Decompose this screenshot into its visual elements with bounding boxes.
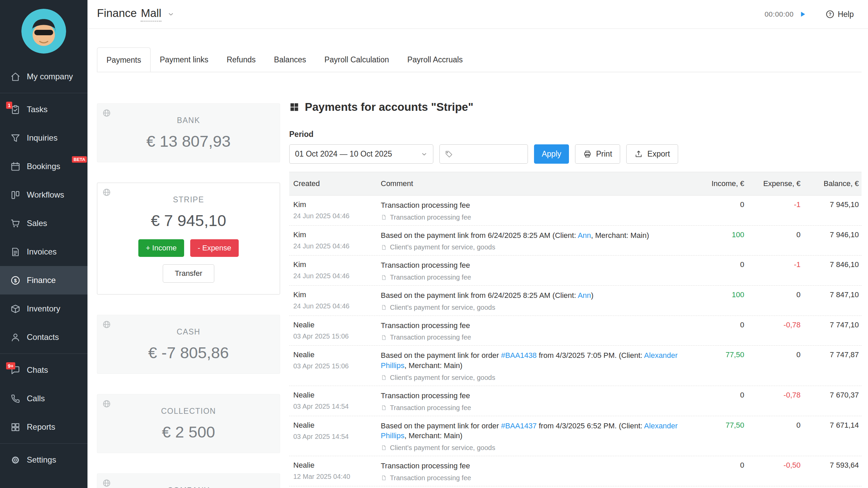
sidebar-item-finance[interactable]: $Finance: [0, 266, 87, 294]
account-name: COLLECTION: [97, 407, 280, 416]
tab-balances[interactable]: Balances: [265, 47, 315, 72]
sidebar-item-settings[interactable]: Settings: [0, 446, 87, 474]
sidebar-item-inquiries[interactable]: Inquiries: [0, 124, 87, 152]
tab-payments[interactable]: Payments: [97, 47, 151, 72]
sidebar-item-sales[interactable]: Sales: [0, 209, 87, 238]
income-value: 0: [688, 200, 744, 221]
print-button[interactable]: Print: [575, 144, 620, 164]
sidebar-item-invoices[interactable]: Invoices: [0, 238, 87, 266]
table-row[interactable]: Kim24 Jun 2025 04:46Transaction processi…: [289, 196, 862, 226]
tag-filter-input[interactable]: [439, 144, 528, 164]
title-secondary[interactable]: Mall: [141, 7, 161, 22]
chevron-down-icon[interactable]: [167, 11, 174, 18]
play-icon[interactable]: [799, 10, 807, 18]
comment-link[interactable]: Ann: [578, 291, 591, 300]
created-date: 24 Jun 2025 04:46: [293, 272, 381, 280]
comment-segment: Based on the payment link for order: [381, 422, 501, 430]
tasks-icon: 1: [10, 104, 21, 115]
sidebar-item-tasks[interactable]: 1Tasks: [0, 95, 87, 124]
sidebar-item-calls[interactable]: Calls: [0, 384, 87, 413]
invoice-icon: [10, 247, 21, 257]
column-header: Income, €: [688, 179, 744, 188]
table-row[interactable]: Nealie03 Apr 2025 15:06Based on the paym…: [289, 346, 862, 386]
created-cell: Kim24 Jun 2025 04:46: [289, 260, 381, 281]
tab-refunds[interactable]: Refunds: [217, 47, 265, 72]
comment-segment: Based on the payment link from 6/24/2025…: [381, 291, 578, 300]
income-value: 77,50: [688, 421, 744, 452]
sidebar-item-label: Tasks: [27, 105, 47, 114]
accounts-column: BANK€ 13 807,93STRIPE€ 7 945,10+ Income-…: [97, 103, 280, 488]
account-card-collection[interactable]: COLLECTION€ 2 500: [97, 394, 280, 453]
box-icon: [10, 304, 21, 314]
page-title[interactable]: Finance Mall: [97, 7, 174, 22]
table-row[interactable]: Nealie03 Apr 2025 14:54Based on the paym…: [289, 416, 862, 456]
period-value: 01 Oct 2024 — 10 Oct 2025: [295, 149, 392, 159]
account-actions: + Income- Expense: [97, 239, 280, 257]
doc-icon: [381, 334, 387, 341]
created-cell: Nealie03 Apr 2025 14:54: [289, 421, 381, 452]
created-cell: Kim24 Jun 2025 04:46: [289, 290, 381, 311]
balance-value: 7 945,10: [801, 200, 862, 221]
income-value: 0: [688, 260, 744, 281]
panel-title: Payments for accounts "Stripe": [289, 101, 862, 114]
account-card-cash[interactable]: CASH€ -7 805,86: [97, 315, 280, 374]
sidebar-item-reports[interactable]: Reports: [0, 413, 87, 441]
table-row[interactable]: Kim24 Jun 2025 04:46Based on the payment…: [289, 226, 862, 256]
tab-payment-links[interactable]: Payment links: [151, 47, 217, 72]
author-name: Kim: [293, 200, 381, 209]
tab-payroll-calculation[interactable]: Payroll Calculation: [315, 47, 398, 72]
user-avatar[interactable]: [21, 9, 66, 54]
account-card-bank[interactable]: BANK€ 13 807,93: [97, 103, 280, 162]
period-label: Period: [289, 130, 862, 139]
sidebar-item-contacts[interactable]: Contacts: [0, 323, 87, 351]
column-header: Comment: [381, 179, 688, 188]
sidebar-item-label: Invoices: [27, 247, 57, 257]
sidebar-item-bookings[interactable]: BookingsBETA: [0, 152, 87, 181]
account-name: COMPANY: [97, 486, 280, 488]
globe-icon: [102, 479, 111, 488]
comment-text: Based on the payment link for order #BAA…: [381, 350, 681, 370]
export-button[interactable]: Export: [626, 144, 678, 164]
sidebar-item-chats[interactable]: 9+Chats: [0, 356, 87, 384]
globe-icon: [102, 399, 111, 408]
comment-link[interactable]: #BAA1438: [501, 351, 537, 360]
sidebar-item-my-company[interactable]: My company: [0, 62, 87, 91]
expense-button[interactable]: - Expense: [190, 239, 239, 257]
sub-comment-text: Client's payment for service, goods: [390, 374, 495, 382]
transfer-button[interactable]: Transfer: [163, 264, 214, 283]
tab-payroll-accruals[interactable]: Payroll Accruals: [398, 47, 472, 72]
income-value: 77,50: [688, 350, 744, 381]
apply-button[interactable]: Apply: [534, 144, 569, 164]
comment-link[interactable]: Ann: [578, 231, 591, 240]
sidebar-item-label: Chats: [27, 365, 48, 375]
table-row[interactable]: Nealie03 Apr 2025 15:06Transaction proce…: [289, 316, 862, 346]
table-row[interactable]: Nealie03 Apr 2025 14:54Transaction proce…: [289, 386, 862, 416]
sidebar-item-label: Settings: [27, 455, 56, 465]
comment-cell: Transaction processing feeTransaction pr…: [381, 461, 688, 482]
expense-value: 0: [744, 421, 801, 452]
sidebar-item-workflows[interactable]: Workflows: [0, 181, 87, 209]
comment-link[interactable]: #BAA1437: [501, 422, 537, 430]
workflows-icon: [10, 190, 21, 200]
table-row[interactable]: Kim24 Jun 2025 04:46Transaction processi…: [289, 256, 862, 286]
account-card-stripe[interactable]: STRIPE€ 7 945,10+ Income- ExpenseTransfe…: [97, 183, 280, 294]
expense-value: 0: [744, 290, 801, 311]
sidebar-item-inventory[interactable]: Inventory: [0, 294, 87, 323]
comment-segment: ): [591, 291, 593, 300]
comment-cell: Based on the payment link for order #BAA…: [381, 350, 688, 381]
income-button[interactable]: + Income: [138, 239, 184, 257]
help-button[interactable]: ? Help: [826, 10, 854, 19]
balance-value: 7 670,37: [801, 391, 862, 412]
column-header: Created: [289, 179, 381, 188]
comment-text: Based on the payment link from 6/24/2025…: [381, 290, 681, 301]
created-cell: Nealie03 Apr 2025 15:06: [289, 350, 381, 381]
account-card-company[interactable]: COMPANY: [97, 473, 280, 488]
export-label: Export: [647, 149, 670, 159]
balance-value: 7 747,87: [801, 350, 862, 381]
table-row[interactable]: Kim24 Jun 2025 04:46Based on the payment…: [289, 286, 862, 316]
sub-comment: Client's payment for service, goods: [381, 304, 681, 311]
period-select[interactable]: 01 Oct 2024 — 10 Oct 2025: [289, 144, 433, 164]
phone-icon: [10, 393, 21, 404]
table-row[interactable]: Nealie12 Mar 2025 04:40Transaction proce…: [289, 456, 862, 486]
doc-icon: [381, 244, 387, 251]
